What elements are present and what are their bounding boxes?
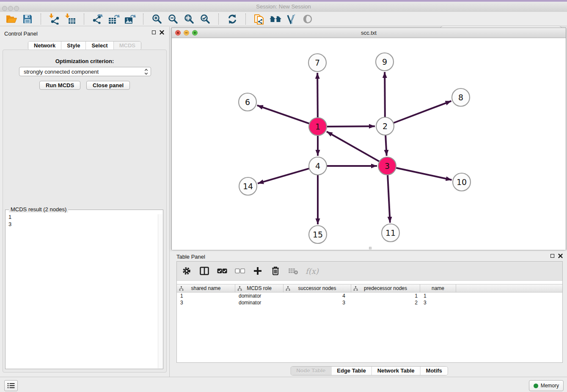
control-panel-title: Control Panel — [4, 30, 38, 37]
edge-4-14[interactable] — [258, 168, 310, 183]
hide-graphics-icon[interactable] — [301, 13, 314, 25]
node-label-1: 1 — [315, 122, 320, 131]
edge-1-7[interactable] — [317, 73, 318, 119]
cell-mcds-role[interactable]: dominator — [235, 299, 284, 306]
result-scrollbar[interactable] — [158, 214, 162, 368]
tab-network-table[interactable]: Network Table — [372, 367, 420, 375]
close-table-panel-icon[interactable] — [558, 254, 563, 258]
mcds-result-list: 13 — [6, 210, 163, 228]
task-history-button[interactable] — [4, 380, 18, 391]
table-toolbar: f(x) — [177, 262, 562, 281]
table-row[interactable]: 1dominator411 — [177, 293, 562, 299]
zoom-selected-icon[interactable] — [198, 13, 212, 25]
column-header-successor-nodes[interactable]: successor nodes — [284, 284, 351, 292]
edge-2-8[interactable] — [393, 101, 451, 124]
app-title: Session: New Session — [0, 3, 567, 10]
tab-style[interactable]: Style — [61, 41, 85, 50]
hierarchy-icon — [353, 286, 358, 291]
tab-network[interactable]: Network — [28, 41, 61, 50]
column-header-name[interactable]: name — [420, 284, 456, 292]
node-label-9: 9 — [382, 57, 387, 66]
edge-3-11[interactable] — [388, 174, 390, 223]
cell-predecessor-nodes[interactable]: 2 — [351, 299, 420, 306]
delete-column-icon[interactable] — [270, 265, 281, 276]
node-table-box: f(x) shared nameMCDS rolesuccessor nodes… — [176, 261, 563, 363]
add-column-icon[interactable] — [252, 265, 263, 276]
save-session-icon[interactable] — [21, 13, 34, 25]
table-header: shared nameMCDS rolesuccessor nodesprede… — [177, 284, 562, 293]
node-label-11: 11 — [385, 228, 396, 237]
run-mcds-button[interactable]: Run MCDS — [39, 81, 80, 90]
tab-node-table[interactable]: Node Table — [291, 367, 331, 375]
column-header-predecessor-nodes[interactable]: predecessor nodes — [351, 284, 420, 292]
result-item: 3 — [8, 221, 163, 228]
network-window-title: scc.txt — [172, 30, 566, 36]
node-label-7: 7 — [315, 58, 320, 67]
edge-1-2[interactable] — [326, 126, 375, 127]
toolbar-separator — [218, 14, 219, 25]
tab-select[interactable]: Select — [85, 41, 113, 50]
network-canvas[interactable]: 7968124314101511 — [172, 38, 566, 250]
toolbar-separator — [245, 14, 246, 25]
splitter-handle[interactable] — [369, 247, 372, 249]
criterion-select[interactable]: strongly connected component — [19, 67, 151, 76]
criterion-value: strongly connected component — [24, 69, 144, 75]
delete-table-icon — [288, 265, 299, 276]
control-panel-tabs: NetworkStyleSelectMCDS — [28, 41, 141, 50]
close-panel-icon[interactable] — [160, 30, 164, 35]
table-row[interactable]: 3dominator323 — [177, 299, 562, 306]
node-label-14: 14 — [243, 182, 253, 191]
select-all-columns-icon[interactable] — [217, 265, 228, 276]
edge-1-6[interactable] — [257, 105, 310, 124]
column-header-mcds-role[interactable]: MCDS role — [235, 284, 284, 292]
export-network-icon[interactable] — [91, 13, 105, 25]
node-label-10: 10 — [457, 177, 467, 187]
main-toolbar — [0, 12, 567, 26]
show-columns-icon[interactable] — [199, 265, 210, 276]
tab-edge-table[interactable]: Edge Table — [331, 367, 371, 375]
zoom-fit-icon[interactable] — [182, 13, 196, 25]
mcds-result-box: MCDS result (2 nodes) 13 — [5, 210, 163, 369]
edge-3-10[interactable] — [395, 168, 452, 180]
node-label-4: 4 — [315, 161, 320, 171]
cell-name[interactable]: 1 — [420, 293, 456, 299]
open-session-icon[interactable] — [5, 13, 18, 25]
function-builder-icon: f(x) — [306, 267, 319, 276]
zoom-out-icon[interactable] — [166, 13, 180, 25]
close-panel-button[interactable]: Close panel — [86, 81, 130, 90]
memory-button[interactable]: Memory — [529, 380, 564, 391]
cell-name[interactable]: 3 — [420, 299, 456, 306]
cell-mcds-role[interactable]: dominator — [235, 293, 284, 299]
cell-shared-name[interactable]: 3 — [177, 299, 235, 306]
edge-3-1[interactable] — [327, 132, 380, 162]
vizmapper-icon[interactable] — [285, 13, 298, 25]
table-settings-icon[interactable] — [181, 265, 192, 276]
tab-mcds[interactable]: MCDS — [113, 41, 141, 50]
refresh-icon[interactable] — [226, 13, 239, 25]
toolbar-separator — [84, 14, 85, 25]
deselect-all-columns-icon[interactable] — [234, 265, 245, 276]
control-panel: Control Panel NetworkStyleSelectMCDS Opt… — [0, 27, 170, 377]
cell-successor-nodes[interactable]: 4 — [284, 293, 351, 299]
export-image-icon[interactable] — [123, 13, 137, 25]
duplicate-network-icon[interactable] — [253, 13, 266, 25]
node-label-3: 3 — [385, 161, 390, 171]
import-network-icon[interactable] — [48, 13, 61, 25]
edge-2-3[interactable] — [385, 134, 387, 156]
first-neighbors-icon[interactable] — [269, 13, 282, 25]
toolbar-separator — [143, 14, 144, 25]
edge-2-9[interactable] — [385, 72, 385, 118]
export-table-icon[interactable] — [107, 13, 121, 25]
cell-successor-nodes[interactable]: 3 — [284, 299, 351, 306]
table-panel-title: Table Panel — [176, 254, 205, 260]
zoom-in-icon[interactable] — [150, 13, 164, 25]
cell-predecessor-nodes[interactable]: 1 — [351, 293, 420, 299]
float-panel-icon[interactable] — [152, 30, 156, 34]
table-tabs: Node TableEdge TableNetwork TableMotifs — [290, 366, 448, 375]
import-table-icon[interactable] — [64, 13, 77, 25]
table-body: 1dominator4113dominator323 — [177, 293, 562, 306]
column-header-shared-name[interactable]: shared name — [177, 284, 235, 292]
float-table-panel-icon[interactable] — [550, 254, 554, 258]
cell-shared-name[interactable]: 1 — [177, 293, 235, 299]
tab-motifs[interactable]: Motifs — [420, 367, 448, 375]
